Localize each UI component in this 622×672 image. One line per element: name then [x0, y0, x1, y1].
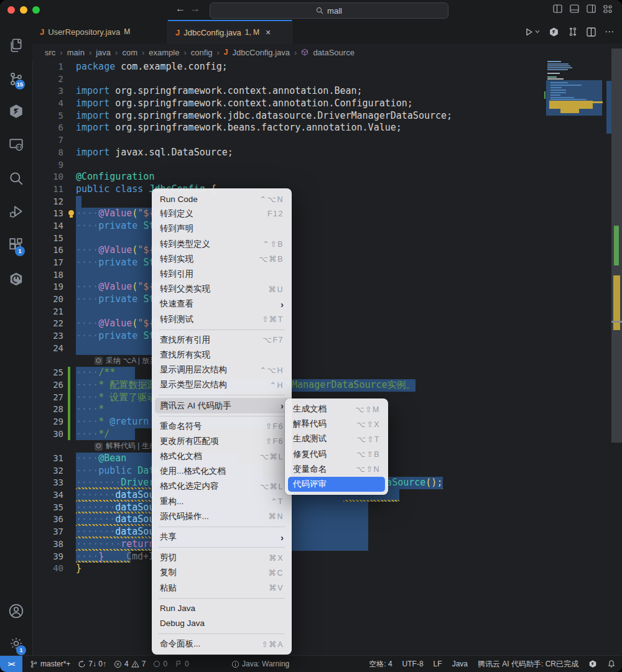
ai-assistant-status-item[interactable]: 腾讯云 AI 代码助手: CR已完成	[478, 659, 578, 670]
context-menu-item[interactable]: 快速查看›	[155, 297, 289, 311]
toggle-panel-icon[interactable]	[570, 4, 580, 14]
context-menu-item[interactable]: 重命名符号⇧F6	[155, 419, 289, 434]
git-sync-item[interactable]: 7↓ 0↑	[78, 660, 106, 668]
notifications-bell-icon[interactable]	[607, 660, 616, 668]
breadcrumb-item[interactable]: java	[96, 48, 111, 57]
breadcrumb-item[interactable]: config	[191, 48, 213, 57]
git-branch-item[interactable]: master*+	[30, 660, 70, 668]
ai-submenu-item[interactable]: 修复代码⌥⇧B	[288, 447, 385, 462]
lightbulb-icon[interactable]	[68, 210, 74, 216]
ai-submenu-item[interactable]: 生成测试⌥⇧T	[288, 431, 385, 446]
code-line: 1package com.example.config;	[32, 61, 621, 73]
run-icon[interactable]	[524, 27, 534, 37]
inline-ai-widget[interactable]: ⬡采纳 ⌥A | 放弃	[95, 355, 157, 367]
inline-widget-row[interactable]: ⬡采纳 ⌥A | 放弃	[32, 355, 621, 367]
run-debug-icon[interactable]	[8, 204, 24, 220]
spring-boot-dashboard-icon[interactable]	[8, 271, 24, 287]
indentation-item[interactable]: 空格: 4	[369, 659, 392, 670]
language-mode-item[interactable]: Java	[452, 660, 468, 668]
context-menu-item[interactable]: 粘贴⌘V	[155, 581, 289, 596]
context-menu-item[interactable]: 转到引用	[155, 267, 289, 282]
menu-divider	[159, 633, 285, 634]
context-menu-item[interactable]: 命令面板...⇧⌘A	[155, 637, 289, 651]
line-number: 19	[32, 281, 63, 293]
context-menu-item[interactable]: 重构...⌃T	[155, 494, 289, 509]
context-menu-item[interactable]: 源代码操作...⌘N	[155, 509, 289, 524]
ai-submenu-item[interactable]: 生成文档⌥⇧M	[288, 402, 385, 417]
split-editor-icon[interactable]	[587, 27, 596, 37]
context-menu-item[interactable]: 查找所有引用⌥F7	[155, 333, 289, 348]
editor-tab-bar: J UserRepository.java M J JdbcConfig.jav…	[32, 20, 622, 44]
inline-ai-widget[interactable]: ⬡解释代码 | 生成	[95, 440, 157, 453]
context-menu-item[interactable]: 转到父类实现⌘U	[155, 282, 289, 297]
remote-indicator[interactable]: ><	[0, 656, 22, 672]
customize-layout-icon[interactable]	[603, 4, 613, 14]
context-menu-item[interactable]: 转到实现⌥⌘B	[155, 252, 289, 267]
breadcrumb-item[interactable]: JdbcConfig.java	[233, 48, 290, 57]
ai-submenu-item[interactable]: 解释代码⌥⇧X	[288, 417, 385, 431]
context-menu-item[interactable]: 共享›	[155, 530, 289, 545]
more-actions-icon[interactable]: ⋯	[605, 26, 615, 37]
code-editor[interactable]: 1package com.example.config;23import org…	[32, 61, 621, 575]
context-menu-item[interactable]: 转到定义F12	[155, 206, 289, 221]
context-menu-item[interactable]: 格式化选定内容⌥⌘L	[155, 479, 289, 494]
context-menu-item[interactable]: 使用...格式化文档	[155, 464, 289, 479]
count-item[interactable]: 0	[175, 660, 189, 668]
breadcrumb-item[interactable]: dataSource	[313, 48, 355, 57]
context-menu-item[interactable]: 腾讯云 AI 代码助手›	[155, 398, 289, 413]
breadcrumb-item[interactable]: com	[122, 48, 137, 57]
context-menu-item[interactable]: Run Java	[155, 601, 289, 616]
toggle-sidebar-icon[interactable]	[553, 4, 563, 14]
context-menu-item[interactable]: 转到声明	[155, 221, 289, 236]
context-menu-item[interactable]: 复制⌘C	[155, 565, 289, 580]
accounts-icon[interactable]	[8, 603, 24, 619]
problems-item[interactable]: 4 7	[114, 660, 146, 668]
context-menu-item[interactable]: 剪切⌘X	[155, 550, 289, 565]
context-menu-item[interactable]: 转到类型定义⌃⇧B	[155, 237, 289, 252]
java-language-status[interactable]: Java: Warning	[231, 660, 289, 668]
eol-item[interactable]: LF	[434, 660, 442, 668]
context-menu-item[interactable]: Debug Java	[155, 616, 289, 631]
zoom-window-button[interactable]	[32, 6, 40, 14]
minimap-block	[550, 90, 566, 91]
code-line: 10@Configuration	[32, 171, 621, 183]
minimap-block	[560, 109, 579, 113]
tab-userrepository[interactable]: J UserRepository.java M	[32, 20, 168, 44]
ai-submenu-item[interactable]: 变量命名⌥⇧N	[288, 462, 385, 477]
context-menu-item[interactable]: 转到测试⇧⌘T	[155, 312, 289, 327]
command-center-search[interactable]: mall	[210, 2, 448, 19]
breadcrumb-item[interactable]: example	[149, 48, 179, 57]
ai-assistant-icon[interactable]	[8, 103, 24, 119]
context-menu-item[interactable]: 格式化文档⌥⌘L	[155, 449, 289, 464]
remote-explorer-icon[interactable]	[8, 137, 24, 153]
ai-assistant-icon[interactable]	[549, 27, 559, 37]
close-window-button[interactable]	[7, 6, 15, 14]
code-line: 38········return	[32, 538, 621, 551]
code-text: ····@Bean	[76, 453, 126, 464]
context-menu-item[interactable]: 查找所有实现	[155, 348, 289, 362]
breadcrumb[interactable]: src›main›java›com›example›config›JJdbcCo…	[32, 44, 622, 61]
context-menu-item[interactable]: Run Code⌃⌥N	[155, 191, 289, 206]
toggle-secondary-sidebar-icon[interactable]	[587, 4, 596, 14]
forward-arrow-icon[interactable]: →	[190, 3, 200, 14]
ai-submenu-item[interactable]: 代码评审	[288, 477, 385, 492]
minimize-window-button[interactable]	[20, 6, 27, 14]
breadcrumb-item[interactable]: main	[67, 48, 85, 57]
line-number: 16	[32, 244, 63, 257]
context-menu-item[interactable]: 显示类型层次结构⌃H	[155, 377, 289, 392]
menu-divider	[159, 329, 285, 330]
context-menu-item[interactable]: 更改所有匹配项⇧F6	[155, 434, 289, 449]
chevron-down-icon[interactable]	[535, 30, 540, 34]
minimap[interactable]	[544, 59, 604, 121]
explorer-icon[interactable]	[8, 37, 24, 53]
count-item[interactable]: 0	[153, 660, 167, 668]
breadcrumb-item[interactable]: src	[45, 48, 55, 57]
close-icon[interactable]: ×	[266, 27, 271, 37]
context-menu-item[interactable]: 显示调用层次结构⌃⌥H	[155, 362, 289, 377]
ai-assistant-icon[interactable]	[588, 660, 597, 668]
encoding-item[interactable]: UTF-8	[402, 660, 424, 668]
back-arrow-icon[interactable]: ←	[175, 3, 185, 14]
tab-jdbcconfig[interactable]: J JdbcConfig.java 1, M ×	[168, 20, 292, 44]
compare-changes-icon[interactable]	[568, 27, 578, 37]
search-icon[interactable]	[8, 170, 24, 186]
